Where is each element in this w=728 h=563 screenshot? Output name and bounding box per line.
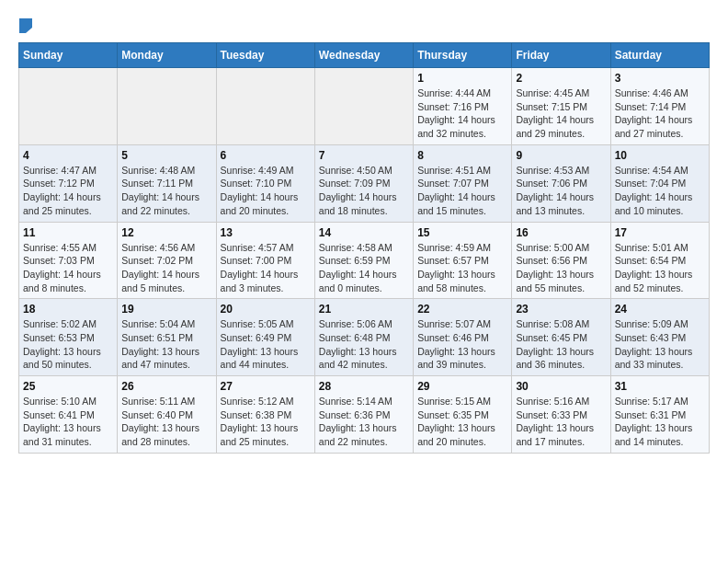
calendar-day-cell: 12Sunrise: 4:56 AMSunset: 7:02 PMDayligh… (118, 222, 216, 299)
day-number: 29 (417, 380, 507, 393)
day-number: 17 (615, 226, 705, 239)
calendar-day-cell: 20Sunrise: 5:05 AMSunset: 6:49 PMDayligh… (216, 299, 314, 376)
calendar-body: 1Sunrise: 4:44 AMSunset: 7:16 PMDaylight… (19, 68, 710, 454)
weekday-header: Saturday (610, 43, 709, 68)
day-info: Sunrise: 4:58 AMSunset: 6:59 PMDaylight:… (319, 241, 409, 295)
day-number: 3 (615, 72, 705, 85)
calendar-day-cell: 17Sunrise: 5:01 AMSunset: 6:54 PMDayligh… (610, 222, 709, 299)
day-info: Sunrise: 5:06 AMSunset: 6:48 PMDaylight:… (319, 317, 409, 372)
day-info: Sunrise: 4:46 AMSunset: 7:14 PMDaylight:… (615, 86, 705, 141)
svg-marker-0 (19, 18, 32, 33)
day-number: 8 (417, 149, 507, 162)
day-info: Sunrise: 4:56 AMSunset: 7:02 PMDaylight:… (121, 241, 211, 295)
day-info: Sunrise: 5:09 AMSunset: 6:43 PMDaylight:… (615, 317, 705, 372)
day-number: 5 (121, 149, 211, 162)
day-info: Sunrise: 4:54 AMSunset: 7:04 PMDaylight:… (615, 164, 705, 218)
calendar-day-cell: 4Sunrise: 4:47 AMSunset: 7:12 PMDaylight… (19, 144, 118, 222)
day-number: 25 (23, 380, 113, 393)
day-number: 20 (221, 303, 311, 316)
weekday-header: Wednesday (314, 43, 413, 68)
calendar-day-cell: 10Sunrise: 4:54 AMSunset: 7:04 PMDayligh… (610, 144, 709, 222)
calendar-day-cell: 29Sunrise: 5:15 AMSunset: 6:35 PMDayligh… (414, 376, 512, 454)
calendar-day-cell: 13Sunrise: 4:57 AMSunset: 7:00 PMDayligh… (216, 222, 314, 299)
calendar-day-cell: 8Sunrise: 4:51 AMSunset: 7:07 PMDaylight… (414, 144, 512, 222)
calendar-day-cell: 26Sunrise: 5:11 AMSunset: 6:40 PMDayligh… (118, 376, 216, 454)
day-number: 15 (417, 226, 507, 239)
day-info: Sunrise: 4:53 AMSunset: 7:06 PMDaylight:… (516, 164, 606, 218)
day-info: Sunrise: 5:00 AMSunset: 6:56 PMDaylight:… (516, 241, 606, 295)
day-number: 23 (516, 303, 606, 316)
calendar-day-cell: 23Sunrise: 5:08 AMSunset: 6:45 PMDayligh… (512, 299, 610, 376)
day-number: 21 (319, 303, 409, 316)
day-number: 18 (23, 303, 113, 316)
day-info: Sunrise: 4:51 AMSunset: 7:07 PMDaylight:… (417, 164, 507, 218)
day-number: 7 (319, 149, 409, 162)
day-number: 16 (516, 226, 606, 239)
day-number: 19 (121, 303, 211, 316)
day-info: Sunrise: 5:10 AMSunset: 6:41 PMDaylight:… (23, 395, 113, 449)
calendar-day-cell: 11Sunrise: 4:55 AMSunset: 7:03 PMDayligh… (19, 222, 118, 299)
day-info: Sunrise: 4:47 AMSunset: 7:12 PMDaylight:… (23, 164, 113, 218)
calendar-week-row: 18Sunrise: 5:02 AMSunset: 6:53 PMDayligh… (19, 299, 710, 376)
day-number: 26 (121, 380, 211, 393)
calendar-day-cell (118, 68, 216, 145)
day-info: Sunrise: 5:12 AMSunset: 6:38 PMDaylight:… (221, 395, 311, 449)
calendar-day-cell: 24Sunrise: 5:09 AMSunset: 6:43 PMDayligh… (610, 299, 709, 376)
logo (18, 18, 35, 33)
day-number: 13 (221, 226, 311, 239)
day-info: Sunrise: 5:16 AMSunset: 6:33 PMDaylight:… (516, 395, 606, 449)
calendar-day-cell: 31Sunrise: 5:17 AMSunset: 6:31 PMDayligh… (610, 376, 709, 454)
calendar-day-cell (19, 68, 118, 145)
day-number: 28 (319, 380, 409, 393)
calendar-week-row: 11Sunrise: 4:55 AMSunset: 7:03 PMDayligh… (19, 222, 710, 299)
day-number: 4 (23, 149, 113, 162)
calendar-day-cell: 5Sunrise: 4:48 AMSunset: 7:11 PMDaylight… (118, 144, 216, 222)
day-info: Sunrise: 4:45 AMSunset: 7:15 PMDaylight:… (516, 86, 606, 141)
weekday-header: Monday (118, 43, 216, 68)
calendar-day-cell: 19Sunrise: 5:04 AMSunset: 6:51 PMDayligh… (118, 299, 216, 376)
day-info: Sunrise: 4:57 AMSunset: 7:00 PMDaylight:… (221, 241, 311, 295)
day-info: Sunrise: 5:05 AMSunset: 6:49 PMDaylight:… (221, 317, 311, 372)
calendar-day-cell: 15Sunrise: 4:59 AMSunset: 6:57 PMDayligh… (414, 222, 512, 299)
calendar-day-cell: 30Sunrise: 5:16 AMSunset: 6:33 PMDayligh… (512, 376, 610, 454)
calendar-day-cell: 6Sunrise: 4:49 AMSunset: 7:10 PMDaylight… (216, 144, 314, 222)
calendar-week-row: 25Sunrise: 5:10 AMSunset: 6:41 PMDayligh… (19, 376, 710, 454)
day-number: 24 (615, 303, 705, 316)
calendar-day-cell: 14Sunrise: 4:58 AMSunset: 6:59 PMDayligh… (314, 222, 413, 299)
day-info: Sunrise: 4:59 AMSunset: 6:57 PMDaylight:… (417, 241, 507, 295)
calendar-week-row: 4Sunrise: 4:47 AMSunset: 7:12 PMDaylight… (19, 144, 710, 222)
calendar-day-cell: 22Sunrise: 5:07 AMSunset: 6:46 PMDayligh… (414, 299, 512, 376)
calendar-day-cell (216, 68, 314, 145)
calendar-day-cell: 9Sunrise: 4:53 AMSunset: 7:06 PMDaylight… (512, 144, 610, 222)
day-number: 30 (516, 380, 606, 393)
day-info: Sunrise: 5:17 AMSunset: 6:31 PMDaylight:… (615, 395, 705, 449)
day-info: Sunrise: 5:08 AMSunset: 6:45 PMDaylight:… (516, 317, 606, 372)
calendar-day-cell: 16Sunrise: 5:00 AMSunset: 6:56 PMDayligh… (512, 222, 610, 299)
day-number: 9 (516, 149, 606, 162)
day-number: 2 (516, 72, 606, 85)
day-number: 22 (417, 303, 507, 316)
day-info: Sunrise: 4:55 AMSunset: 7:03 PMDaylight:… (23, 241, 113, 295)
day-info: Sunrise: 4:44 AMSunset: 7:16 PMDaylight:… (417, 86, 507, 141)
day-info: Sunrise: 5:02 AMSunset: 6:53 PMDaylight:… (23, 317, 113, 372)
day-info: Sunrise: 5:01 AMSunset: 6:54 PMDaylight:… (615, 241, 705, 295)
calendar-day-cell: 21Sunrise: 5:06 AMSunset: 6:48 PMDayligh… (314, 299, 413, 376)
day-number: 31 (615, 380, 705, 393)
day-info: Sunrise: 5:15 AMSunset: 6:35 PMDaylight:… (417, 395, 507, 449)
calendar-day-cell (314, 68, 413, 145)
calendar-week-row: 1Sunrise: 4:44 AMSunset: 7:16 PMDaylight… (19, 68, 710, 145)
day-number: 14 (319, 226, 409, 239)
calendar-day-cell: 25Sunrise: 5:10 AMSunset: 6:41 PMDayligh… (19, 376, 118, 454)
weekday-header: Friday (512, 43, 610, 68)
day-number: 10 (615, 149, 705, 162)
day-number: 12 (121, 226, 211, 239)
logo-flag-icon (19, 18, 34, 33)
day-info: Sunrise: 5:11 AMSunset: 6:40 PMDaylight:… (121, 395, 211, 449)
calendar-table: SundayMondayTuesdayWednesdayThursdayFrid… (18, 42, 710, 454)
day-info: Sunrise: 5:07 AMSunset: 6:46 PMDaylight:… (417, 317, 507, 372)
calendar-day-cell: 18Sunrise: 5:02 AMSunset: 6:53 PMDayligh… (19, 299, 118, 376)
day-info: Sunrise: 4:48 AMSunset: 7:11 PMDaylight:… (121, 164, 211, 218)
calendar-day-cell: 28Sunrise: 5:14 AMSunset: 6:36 PMDayligh… (314, 376, 413, 454)
calendar-header: SundayMondayTuesdayWednesdayThursdayFrid… (19, 43, 710, 68)
calendar-day-cell: 27Sunrise: 5:12 AMSunset: 6:38 PMDayligh… (216, 376, 314, 454)
